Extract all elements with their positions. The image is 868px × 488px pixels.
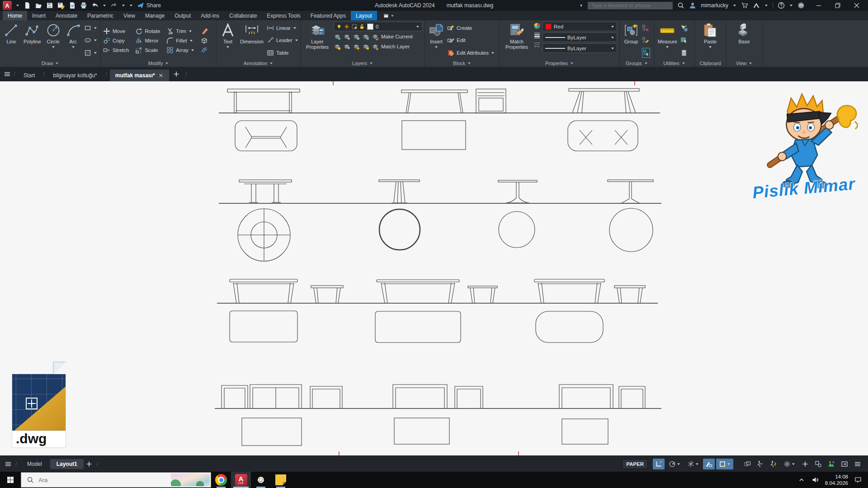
layer-isolate-icon[interactable] [334, 33, 341, 40]
make-current-icon[interactable] [372, 33, 379, 40]
create-block-tool[interactable]: Create [447, 23, 495, 33]
insert-block-tool[interactable]: Insert [427, 22, 445, 59]
utilities-panel-label[interactable]: Utilities [654, 59, 694, 67]
layer-freeze-vp-icon[interactable] [352, 24, 357, 29]
layer-properties-tool[interactable]: Layer Properties [303, 22, 332, 59]
tab-parametric[interactable]: Parametric [82, 11, 118, 20]
properties-panel-label[interactable]: Properties [500, 59, 619, 67]
user-name[interactable]: mimarlucky [701, 2, 728, 9]
taskbar-autocad[interactable]: ACAD [231, 472, 251, 488]
redo-caret-icon[interactable] [122, 4, 125, 7]
dimension-tool[interactable]: Dimension [239, 22, 265, 59]
quick-select-tool[interactable] [680, 23, 688, 33]
plot-icon[interactable] [80, 2, 87, 9]
table-tool[interactable]: Table [267, 48, 298, 57]
polyline-tool[interactable]: Polyline [22, 22, 42, 59]
snap-mode-toggle[interactable] [653, 459, 665, 469]
layer-off-icon[interactable] [334, 43, 341, 50]
taskbar-search-box[interactable] [21, 472, 211, 488]
tray-expand-icon[interactable] [798, 476, 805, 483]
annotation-panel-label[interactable]: Annotation [217, 59, 300, 67]
help-search-input[interactable] [590, 2, 670, 9]
selection-cycling-toggle[interactable] [741, 459, 753, 469]
isometric-drafting-toggle[interactable] [684, 459, 702, 469]
layout-menu-icon[interactable] [5, 460, 12, 468]
help-caret-icon[interactable] [789, 4, 793, 7]
share-button[interactable]: Share [137, 2, 161, 9]
search-icon[interactable] [677, 2, 684, 9]
scale-tool[interactable]: Scale [135, 45, 160, 55]
move-tool[interactable]: Move [103, 26, 129, 36]
block-panel-label[interactable]: Block [425, 59, 499, 67]
stretch-tool[interactable]: Stretch [103, 45, 129, 55]
close-tab-icon[interactable] [158, 73, 164, 78]
tab-view[interactable]: View [118, 11, 140, 20]
linetype-dropdown[interactable]: ByLayer [542, 43, 617, 53]
circle-tool[interactable]: Circle [44, 22, 62, 59]
app-menu-button[interactable]: A [3, 1, 12, 10]
taskbar-paint[interactable] [251, 472, 271, 488]
clipboard-panel-label[interactable]: Clipboard [695, 59, 726, 67]
dynamic-input-toggle[interactable] [703, 459, 715, 469]
arc-tool[interactable]: Arc [64, 22, 82, 59]
help-search-field[interactable] [588, 2, 673, 9]
array-tool[interactable]: Array [166, 45, 194, 55]
user-caret-icon[interactable] [733, 4, 736, 7]
volume-icon[interactable] [811, 476, 819, 483]
taskbar-clock[interactable]: 14:08 8.04.2026 [825, 474, 848, 487]
mirror-tool[interactable]: Mirror [135, 36, 160, 45]
match-properties-tool[interactable]: Match Properties [502, 22, 532, 59]
object-color-dropdown[interactable]: Red [542, 22, 617, 31]
ungroup-tool[interactable] [642, 23, 650, 33]
circle-caret-icon[interactable] [52, 45, 55, 49]
tab-express-tools[interactable]: Express Tools [262, 11, 305, 20]
tab-featured-apps[interactable]: Featured Apps [306, 11, 351, 20]
group-tool[interactable]: Group [622, 22, 640, 59]
tab-collaborate[interactable]: Collaborate [224, 11, 262, 20]
start-button[interactable] [0, 472, 21, 488]
tab-output[interactable]: Output [170, 11, 196, 20]
layer-on-icon[interactable] [336, 24, 342, 29]
autodesk-icon[interactable] [753, 2, 760, 9]
taskbar-chrome[interactable] [211, 472, 231, 488]
edit-block-tool[interactable]: Edit [447, 36, 495, 45]
app-store-cart-icon[interactable] [741, 2, 748, 9]
taskbar-search-input[interactable] [38, 476, 167, 484]
trim-tool[interactable]: Trim [166, 26, 194, 36]
copy-tool[interactable]: Copy [103, 36, 129, 45]
layer-unisolate-icon[interactable] [343, 33, 350, 40]
linetype-list-icon[interactable] [533, 41, 541, 48]
text-tool[interactable]: Text [219, 22, 237, 59]
layer-prev-icon[interactable] [343, 43, 350, 50]
annotation-visibility-toggle[interactable] [755, 459, 766, 469]
file-tab-start[interactable]: Start [18, 70, 40, 81]
modify-panel-label[interactable]: Modify [101, 59, 216, 67]
open-file-icon[interactable] [35, 2, 42, 9]
draw-panel-label[interactable]: Draw [0, 59, 100, 67]
customization-menu-button[interactable] [852, 459, 863, 469]
search-expand-icon[interactable] [580, 4, 583, 7]
explode-tool[interactable] [201, 36, 208, 45]
close-button[interactable] [847, 0, 866, 11]
lineweight-list-icon[interactable] [533, 32, 541, 39]
file-tab-mutfak-masasi[interactable]: mutfak masası* [110, 70, 169, 81]
workspace-switching-button[interactable] [781, 459, 798, 469]
layers-panel-label[interactable]: Layers [301, 59, 425, 67]
app-menu-caret-icon[interactable] [16, 4, 19, 7]
layer-select-dropdown[interactable]: 0 [334, 22, 422, 31]
file-tab-bilgisayar-koltugu[interactable]: bilgisayar koltuğu* [47, 70, 102, 81]
tab-insert[interactable]: Insert [27, 11, 51, 20]
isolate-objects-button[interactable] [812, 459, 824, 469]
groups-panel-label[interactable]: Groups [620, 59, 654, 67]
tab-home[interactable]: Home [3, 11, 27, 20]
batch-plot-icon[interactable] [69, 2, 76, 9]
graphics-performance-button[interactable] [826, 459, 837, 469]
tab-manage[interactable]: Manage [140, 11, 170, 20]
qat-customize-caret-icon[interactable] [129, 4, 133, 7]
arc-caret-icon[interactable] [71, 45, 75, 49]
hatch-tool[interactable] [84, 48, 97, 57]
leader-tool[interactable]: Leader [267, 36, 298, 45]
undo-caret-icon[interactable] [103, 4, 106, 7]
new-drawing-tab-button[interactable] [173, 70, 180, 78]
object-snap-toggle[interactable] [716, 459, 733, 469]
